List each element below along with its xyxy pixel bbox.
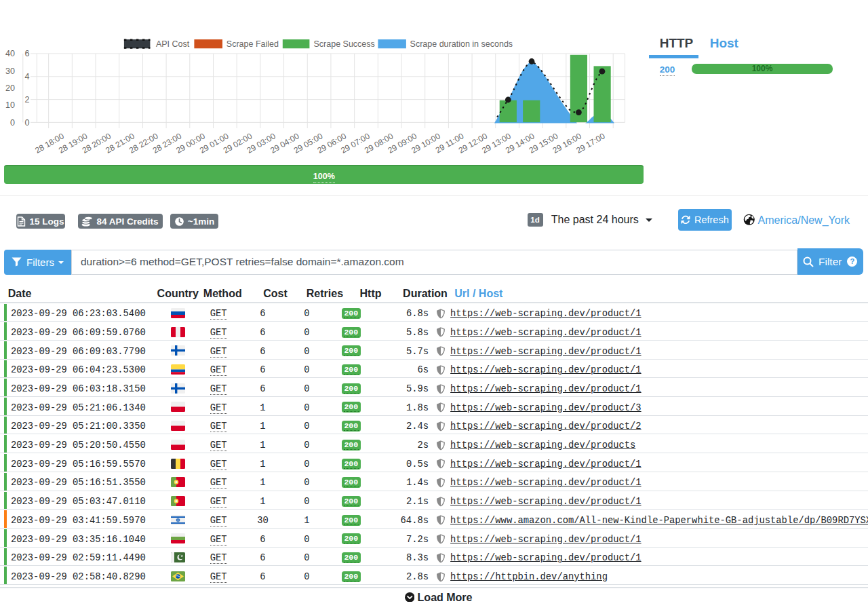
svg-text:20: 20 [5,83,15,93]
svg-text:30: 30 [5,66,15,76]
svg-text:Scrape Success: Scrape Success [314,39,375,49]
svg-text:6: 6 [25,49,30,58]
svg-text:0: 0 [25,118,30,128]
svg-text:Scrape Failed: Scrape Failed [226,39,279,49]
svg-text:API Cost: API Cost [156,39,190,49]
svg-text:10: 10 [5,100,15,110]
svg-text:40: 40 [5,49,15,58]
svg-text:0: 0 [10,118,15,128]
svg-text:Scrape duration in seconds: Scrape duration in seconds [410,39,513,49]
svg-text:2: 2 [25,95,30,104]
svg-text:4: 4 [25,72,30,81]
